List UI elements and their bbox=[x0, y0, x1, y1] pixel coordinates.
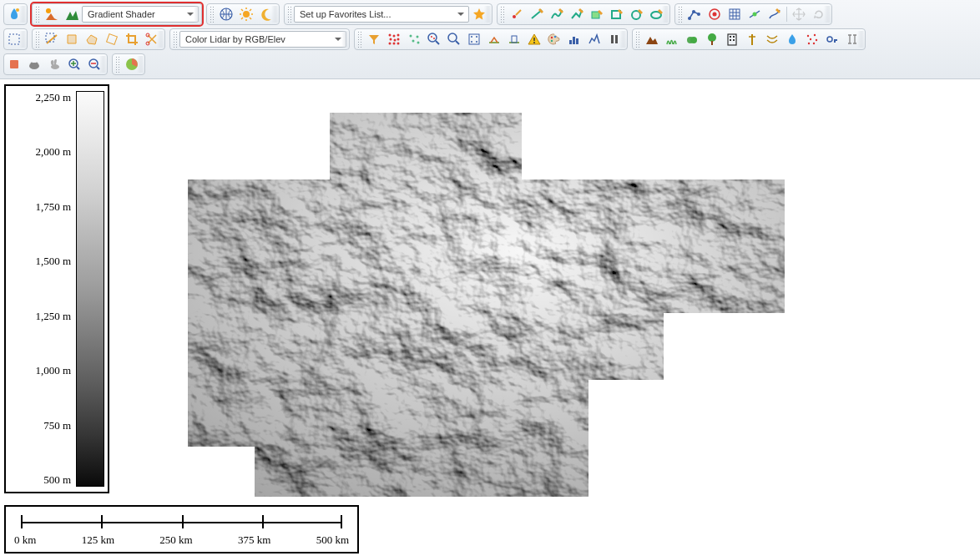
toolbar-grip[interactable] bbox=[35, 6, 40, 23]
water-icon[interactable] bbox=[4, 5, 24, 23]
toolbar-grip[interactable] bbox=[173, 31, 178, 48]
scale-label: 375 km bbox=[238, 533, 270, 547]
draw-trace-icon[interactable] bbox=[567, 5, 587, 23]
hillshade-toggle-icon[interactable] bbox=[42, 5, 62, 23]
draw-area-icon[interactable] bbox=[587, 5, 607, 23]
terrain-shader-icon[interactable] bbox=[62, 5, 82, 23]
svg-point-38 bbox=[397, 38, 400, 41]
grass-icon[interactable] bbox=[662, 30, 682, 48]
filter-icon[interactable] bbox=[364, 30, 384, 48]
points-zoom-icon[interactable] bbox=[424, 30, 444, 48]
toolbar-grip[interactable] bbox=[500, 6, 505, 23]
select-rotate-icon[interactable] bbox=[102, 30, 122, 48]
bracket-icon[interactable] bbox=[842, 30, 862, 48]
zoom-out-icon[interactable] bbox=[84, 55, 104, 73]
map-viewport[interactable]: 2,250 m 2,000 m 1,750 m 1,500 m 1,250 m … bbox=[0, 79, 980, 553]
svg-rect-66 bbox=[611, 35, 614, 43]
water-drop-icon[interactable] bbox=[782, 30, 802, 48]
svg-rect-67 bbox=[615, 35, 618, 43]
profile-icon[interactable] bbox=[584, 30, 604, 48]
classify-nonground-icon[interactable] bbox=[504, 30, 524, 48]
svg-rect-22 bbox=[730, 9, 740, 19]
noise-icon[interactable] bbox=[802, 30, 822, 48]
svg-point-81 bbox=[810, 38, 811, 40]
select-icon[interactable] bbox=[4, 30, 24, 48]
svg-rect-64 bbox=[573, 37, 575, 44]
pause-icon[interactable] bbox=[604, 30, 624, 48]
move-vertex-icon[interactable] bbox=[684, 5, 705, 23]
stop-icon[interactable] bbox=[4, 55, 24, 73]
palette-icon[interactable] bbox=[544, 30, 564, 48]
point-search-icon[interactable] bbox=[444, 30, 464, 48]
svg-rect-71 bbox=[711, 41, 713, 45]
building-icon[interactable] bbox=[722, 30, 742, 48]
bush-icon[interactable] bbox=[682, 30, 702, 48]
draw-line-icon[interactable] bbox=[527, 5, 547, 23]
warning-icon[interactable] bbox=[524, 30, 544, 48]
favorites-dropdown[interactable]: Set up Favorites List... bbox=[294, 6, 469, 23]
toolbar-grip[interactable] bbox=[357, 31, 362, 48]
scale-label: 250 km bbox=[159, 533, 192, 547]
key-icon[interactable] bbox=[822, 30, 842, 48]
select-area-icon[interactable] bbox=[62, 30, 82, 48]
grid-edit-icon[interactable] bbox=[725, 5, 745, 23]
toolbar-grip[interactable] bbox=[35, 31, 40, 48]
cut-icon[interactable] bbox=[142, 30, 162, 48]
draw-ellipse-icon[interactable] bbox=[647, 5, 667, 23]
rotate-icon[interactable] bbox=[809, 5, 829, 23]
globe-icon[interactable] bbox=[216, 5, 236, 23]
draw-rect-icon[interactable] bbox=[607, 5, 627, 23]
select-line-icon[interactable] bbox=[42, 30, 62, 48]
target-icon[interactable] bbox=[705, 5, 725, 23]
toolbar-grip[interactable] bbox=[115, 56, 120, 73]
rabbit-icon[interactable] bbox=[44, 55, 64, 73]
reshape-icon[interactable] bbox=[765, 5, 785, 23]
svg-point-53 bbox=[471, 36, 472, 38]
draw-circle-icon[interactable] bbox=[627, 5, 647, 23]
svg-point-42 bbox=[410, 35, 412, 38]
points-sparse-icon[interactable] bbox=[404, 30, 424, 48]
draw-freehand-icon[interactable] bbox=[547, 5, 567, 23]
pie-chart-icon[interactable] bbox=[122, 55, 142, 73]
classify-ground-icon[interactable] bbox=[484, 30, 504, 48]
select-move-icon[interactable] bbox=[789, 5, 809, 23]
select-poly-icon[interactable] bbox=[82, 30, 102, 48]
toolbar-grip[interactable] bbox=[635, 31, 640, 48]
legend-color-ramp bbox=[76, 91, 104, 487]
grid-points-icon[interactable] bbox=[464, 30, 484, 48]
svg-point-21 bbox=[713, 13, 717, 17]
svg-point-56 bbox=[476, 41, 477, 43]
sun-icon[interactable] bbox=[236, 5, 256, 23]
moon-icon[interactable] bbox=[256, 5, 276, 23]
svg-point-33 bbox=[389, 34, 391, 37]
legend-tick: 1,000 m bbox=[9, 364, 71, 377]
draw-point-icon[interactable] bbox=[507, 5, 527, 23]
zoom-in-icon[interactable] bbox=[64, 55, 84, 73]
histogram-icon[interactable] bbox=[564, 30, 584, 48]
toolbar-grip[interactable] bbox=[210, 6, 215, 23]
mountain-icon[interactable] bbox=[642, 30, 662, 48]
shader-dropdown[interactable]: Gradient Shader bbox=[82, 6, 199, 23]
star-icon[interactable] bbox=[469, 5, 489, 23]
tree-icon[interactable] bbox=[702, 30, 722, 48]
svg-point-39 bbox=[389, 43, 391, 45]
toolbar-grip[interactable] bbox=[678, 6, 683, 23]
toolbar-grip[interactable] bbox=[287, 6, 292, 23]
svg-point-54 bbox=[476, 36, 477, 38]
points-dense-icon[interactable] bbox=[384, 30, 404, 48]
crop-icon[interactable] bbox=[122, 30, 142, 48]
svg-rect-52 bbox=[469, 34, 479, 44]
separator bbox=[786, 7, 787, 22]
insert-vertex-icon[interactable] bbox=[745, 5, 765, 23]
powerline-icon[interactable] bbox=[762, 30, 782, 48]
svg-line-96 bbox=[97, 67, 99, 69]
svg-rect-86 bbox=[10, 60, 18, 68]
shading-group-left bbox=[3, 3, 28, 25]
pole-icon[interactable] bbox=[742, 30, 762, 48]
legend-tick: 2,000 m bbox=[9, 145, 71, 159]
svg-point-49 bbox=[433, 38, 435, 39]
svg-rect-76 bbox=[733, 39, 735, 41]
svg-point-1 bbox=[46, 8, 51, 13]
lidar-color-dropdown[interactable]: Color Lidar by RGB/Elev bbox=[179, 31, 346, 48]
hippo-icon[interactable] bbox=[24, 55, 44, 73]
